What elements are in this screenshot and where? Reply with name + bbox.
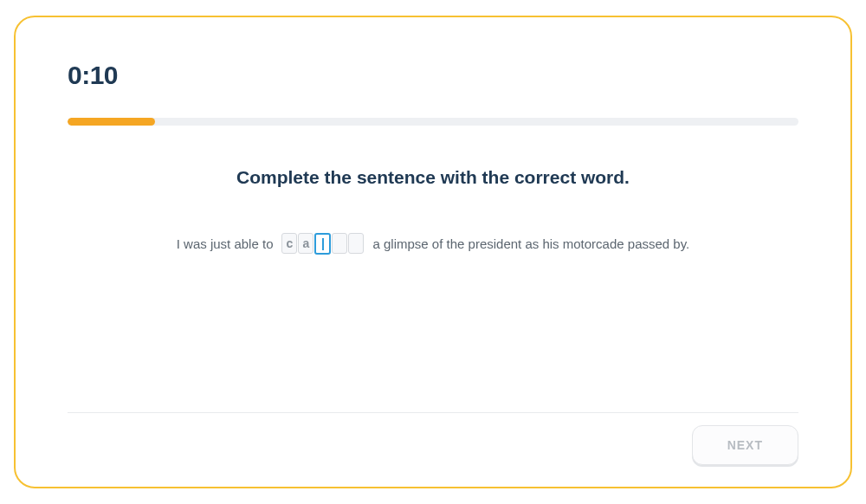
timer: 0:10 — [68, 61, 798, 90]
text-cursor — [322, 238, 324, 250]
letter-box-2[interactable] — [314, 233, 331, 255]
progress-fill — [68, 118, 155, 126]
letter-box-1[interactable]: a — [298, 233, 313, 254]
sentence-row: I was just able to c a a glimpse of the … — [68, 233, 798, 255]
progress-bar — [68, 118, 798, 126]
letter-box-3[interactable] — [332, 233, 347, 254]
next-button[interactable]: NEXT — [692, 425, 798, 465]
quiz-card: 0:10 Complete the sentence with the corr… — [14, 16, 852, 488]
letter-box-0[interactable]: c — [281, 233, 297, 254]
footer-divider — [68, 412, 798, 413]
instruction-text: Complete the sentence with the correct w… — [68, 167, 798, 188]
letter-input-group[interactable]: c a — [281, 233, 364, 255]
sentence-before: I was just able to — [177, 236, 274, 251]
sentence-after: a glimpse of the president as his motorc… — [372, 236, 689, 251]
letter-box-4[interactable] — [348, 233, 364, 254]
